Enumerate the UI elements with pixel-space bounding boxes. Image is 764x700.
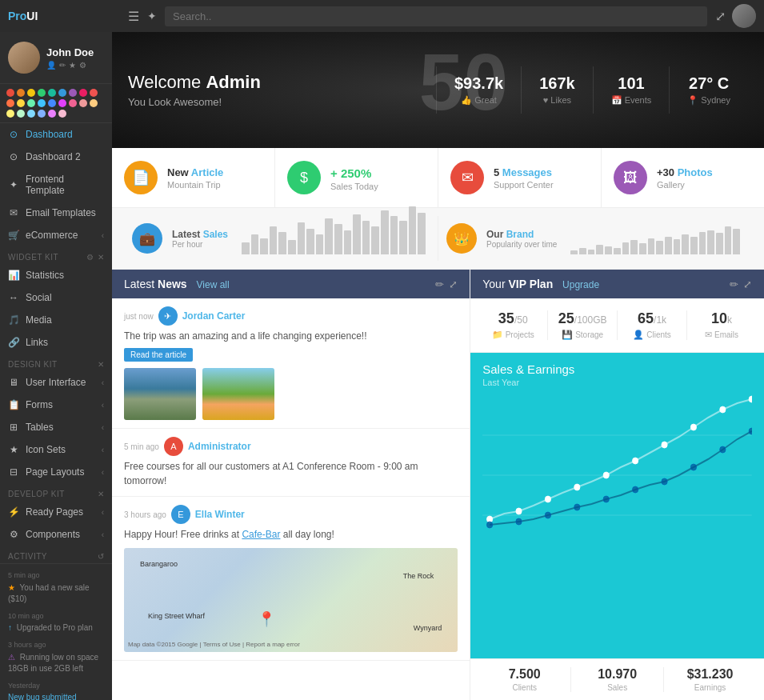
- vip-upgrade-link[interactable]: Upgrade: [562, 279, 599, 290]
- news-item-3: 3 hours ago E Ella Winter Happy Hour! Fr…: [112, 497, 470, 661]
- sidebar-nav3: 🖥 User Interface ‹ 📋 Forms ‹ ⊞ Tables ‹ …: [0, 371, 112, 483]
- sidebar-item-frontend-template[interactable]: ✦ Frontend Template: [0, 168, 112, 202]
- vip-stat: 25/100GB 💾Storage: [548, 310, 618, 340]
- activity-icon: ↑: [8, 623, 12, 632]
- design-kit-icon[interactable]: ✕: [98, 360, 105, 369]
- color-dot[interactable]: [27, 89, 35, 97]
- sidebar-item-icon: ⚡: [8, 506, 19, 518]
- sidebar-item-ready-pages[interactable]: ⚡ Ready Pages ‹: [0, 501, 112, 523]
- activity-bug-link[interactable]: New bug submitted: [8, 693, 77, 700]
- color-dot[interactable]: [48, 89, 56, 97]
- sidebar-item-statistics[interactable]: 📊 Statistics: [0, 264, 112, 286]
- search-input[interactable]: [165, 6, 707, 26]
- news-read-btn[interactable]: Read the article: [124, 348, 193, 362]
- user-settings-icon[interactable]: ⚙: [79, 61, 86, 70]
- news-expand-icon[interactable]: ⤢: [449, 278, 458, 290]
- sidebar-nav2: 📊 Statistics ↔ Social 🎵 Media 🔗 Links: [0, 264, 112, 354]
- chart-bar: [605, 246, 612, 254]
- color-dot[interactable]: [79, 99, 87, 107]
- color-dot[interactable]: [27, 99, 35, 107]
- sidebar-item-icon-sets[interactable]: ★ Icon Sets ‹: [0, 438, 112, 461]
- sidebar-item-icon: ✉: [8, 207, 19, 218]
- share-icon[interactable]: ⤢: [715, 9, 726, 24]
- hero-stat: 27° C 📍Sydney: [669, 66, 748, 114]
- chart-bar: [588, 250, 595, 254]
- svg-point-11: [720, 406, 726, 413]
- color-dot[interactable]: [38, 110, 46, 118]
- menu-icon[interactable]: ☰: [128, 9, 139, 24]
- news-author-3[interactable]: Ella Winter: [195, 509, 245, 520]
- vip-edit-icon[interactable]: ✏: [730, 278, 738, 290]
- widget-info: +30 Photos Gallery: [657, 166, 713, 190]
- color-dot[interactable]: [79, 89, 87, 97]
- news-author-1[interactable]: Jordan Carter: [182, 310, 246, 322]
- sidebar-item-label: Frontend Template: [26, 174, 104, 196]
- user-profile-icon[interactable]: 👤: [46, 61, 56, 70]
- sidebar-item-forms[interactable]: 📋 Forms ‹: [0, 394, 112, 416]
- sidebar-item-dashboard[interactable]: ⊙ Dashboard: [0, 123, 112, 146]
- sidebar-item-dashboard-2[interactable]: ⊙ Dashboard 2: [0, 146, 112, 168]
- hero-stat-value: 167k: [539, 74, 575, 93]
- news-view-all-link[interactable]: View all: [197, 279, 230, 290]
- news-panel-header: Latest News View all ✏ ⤢: [112, 270, 470, 298]
- color-dot[interactable]: [17, 99, 25, 107]
- color-dot[interactable]: [58, 110, 66, 118]
- sidebar-item-tables[interactable]: ⊞ Tables ‹: [0, 416, 112, 438]
- svg-point-13: [487, 522, 493, 528]
- sidebar-item-ecommerce[interactable]: 🛒 eCommerce ‹: [0, 224, 112, 246]
- sidebar-item-arrow: ‹: [102, 468, 104, 477]
- news-author-2[interactable]: Administrator: [188, 441, 251, 452]
- sidebar-item-label: Dashboard: [26, 129, 73, 140]
- sidebar-activity: 5 min ago ★ You had a new sale ($10)10 m…: [0, 563, 112, 700]
- news-map: Barangaroo The Rock King Street Wharf Wy…: [124, 548, 458, 652]
- color-dot[interactable]: [48, 99, 56, 107]
- color-dot[interactable]: [6, 89, 14, 97]
- hero-stats: $93.7k 👍Great167k ♥Likes101 📅Events27° C…: [436, 66, 748, 114]
- activity-refresh-icon[interactable]: ↺: [98, 552, 105, 561]
- svg-point-16: [574, 504, 580, 510]
- color-dot[interactable]: [38, 99, 46, 107]
- sidebar-item-media[interactable]: 🎵 Media: [0, 309, 112, 331]
- color-dot[interactable]: [38, 89, 46, 97]
- color-dot[interactable]: [48, 110, 56, 118]
- develop-kit-icon[interactable]: ✕: [98, 490, 105, 498]
- user-star-icon[interactable]: ★: [69, 61, 76, 70]
- color-dot[interactable]: [27, 110, 35, 118]
- color-dot[interactable]: [17, 89, 25, 97]
- color-dot[interactable]: [69, 99, 77, 107]
- hero-stat: 167k ♥Likes: [521, 66, 593, 114]
- color-dot[interactable]: [58, 99, 66, 107]
- chart-sub: Per hour: [172, 240, 228, 249]
- sidebar-item-page-layouts[interactable]: ⊟ Page Layouts ‹: [0, 461, 112, 483]
- chart-bar: [630, 240, 638, 254]
- vip-expand-icon[interactable]: ⤢: [743, 278, 752, 290]
- activity-item-yesterday: Yesterday New bug submitted: [8, 681, 104, 700]
- color-dot[interactable]: [90, 99, 98, 107]
- chart-bar: [260, 238, 268, 254]
- settings-icon[interactable]: ✦: [147, 10, 157, 22]
- chart-bar: [278, 232, 286, 254]
- svg-point-22: [749, 428, 752, 434]
- color-dot[interactable]: [17, 110, 25, 118]
- sidebar-item-user-interface[interactable]: 🖥 User Interface ‹: [0, 371, 112, 394]
- vip-panel-icons: ✏ ⤢: [730, 278, 752, 290]
- color-dot[interactable]: [69, 89, 77, 97]
- sidebar-item-social[interactable]: ↔ Social: [0, 286, 112, 309]
- chart-bar: [270, 226, 278, 254]
- color-dot[interactable]: [90, 89, 98, 97]
- widget-kit-icon[interactable]: ⚙✕: [86, 253, 104, 262]
- sidebar-item-email-templates[interactable]: ✉ Email Templates: [0, 202, 112, 224]
- sidebar-item-links[interactable]: 🔗 Links: [0, 331, 112, 354]
- sidebar-item-components[interactable]: ⚙ Components ‹: [0, 523, 112, 546]
- color-dot[interactable]: [6, 110, 14, 118]
- sidebar-item-label: Media: [26, 314, 52, 326]
- widget-info: + 250% Sales Today: [330, 165, 378, 191]
- color-dot[interactable]: [58, 89, 66, 97]
- user-avatar[interactable]: [732, 4, 756, 28]
- user-edit-icon[interactable]: ✏: [59, 61, 66, 70]
- sidebar-user-icons: 👤 ✏ ★ ⚙: [46, 61, 94, 70]
- sales-chart-svg: [482, 395, 752, 531]
- hero-stat-label: 📅Events: [611, 95, 652, 106]
- news-edit-icon[interactable]: ✏: [435, 278, 444, 290]
- color-dot[interactable]: [6, 99, 14, 107]
